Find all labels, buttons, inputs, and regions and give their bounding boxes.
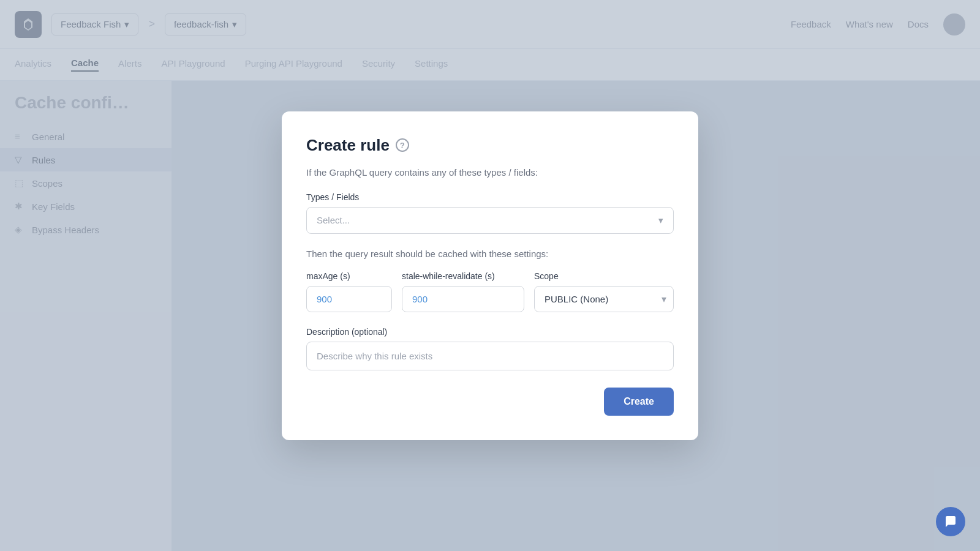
types-fields-select[interactable]: Select... ▾ — [306, 207, 674, 234]
modal-title-text: Create rule — [306, 136, 390, 155]
stale-revalidate-label: stale-while-revalidate (s) — [402, 271, 524, 281]
max-age-input[interactable] — [306, 286, 392, 312]
create-rule-modal: Create rule ? If the GraphQL query conta… — [282, 111, 698, 440]
modal-overlay: Create rule ? If the GraphQL query conta… — [0, 0, 980, 551]
modal-subtitle: If the GraphQL query contains any of the… — [306, 167, 674, 178]
scope-group: Scope PUBLIC (None) PRIVATE AUTHENTICATE… — [534, 271, 674, 312]
scope-label: Scope — [534, 271, 674, 281]
types-fields-label: Types / Fields — [306, 192, 674, 202]
max-age-label: maxAge (s) — [306, 271, 392, 281]
stale-revalidate-group: stale-while-revalidate (s) — [402, 271, 524, 312]
description-input[interactable] — [306, 342, 674, 370]
select-placeholder: Select... — [317, 215, 350, 225]
cache-settings-row: maxAge (s) stale-while-revalidate (s) Sc… — [306, 271, 674, 312]
then-text: Then the query result should be cached w… — [306, 249, 674, 259]
scope-select[interactable]: PUBLIC (None) PRIVATE AUTHENTICATED — [534, 286, 674, 312]
modal-title-row: Create rule ? — [306, 136, 674, 155]
create-button[interactable]: Create — [604, 388, 674, 416]
help-icon[interactable]: ? — [396, 138, 409, 152]
chat-widget[interactable] — [936, 507, 965, 536]
description-label: Description (optional) — [306, 327, 674, 337]
modal-footer: Create — [306, 388, 674, 416]
scope-wrapper: PUBLIC (None) PRIVATE AUTHENTICATED ▾ — [534, 286, 674, 312]
stale-revalidate-input[interactable] — [402, 286, 524, 312]
chevron-down-icon: ▾ — [658, 215, 663, 226]
max-age-group: maxAge (s) — [306, 271, 392, 312]
